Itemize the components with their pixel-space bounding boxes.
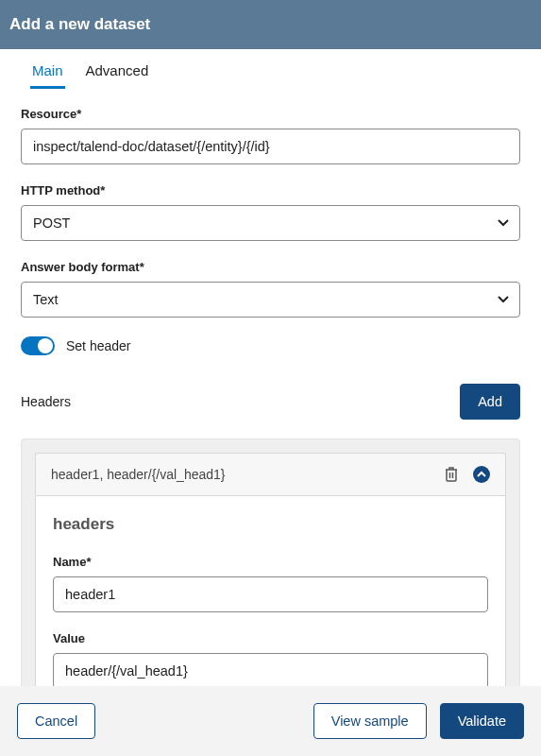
trash-icon <box>445 467 458 482</box>
field-header-value: Value <box>53 631 488 689</box>
headers-row: Headers Add <box>21 384 520 420</box>
answer-body-label: Answer body format* <box>21 260 520 274</box>
header-card-summary: header1, header/{/val_head1} <box>51 467 226 482</box>
header-card-title: headers <box>53 515 488 534</box>
delete-header-button[interactable] <box>445 467 458 482</box>
add-header-button[interactable]: Add <box>460 384 520 420</box>
cancel-button[interactable]: Cancel <box>17 703 95 739</box>
form: Resource* HTTP method* POST Answer body … <box>0 90 541 727</box>
resource-label: Resource* <box>21 107 520 121</box>
dialog-title: Add a new dataset <box>9 15 150 33</box>
tabs: Main Advanced <box>0 62 541 90</box>
field-header-name: Name* <box>53 555 488 612</box>
set-header-row: Set header <box>21 336 520 355</box>
tab-advanced[interactable]: Advanced <box>84 62 151 89</box>
view-sample-button[interactable]: View sample <box>313 703 427 739</box>
collapse-header-button[interactable] <box>473 466 490 483</box>
header-card-body: headers Name* Value <box>35 495 506 713</box>
headers-card-container: header1, header/{/val_head1} headers Nam… <box>21 438 520 727</box>
tab-main[interactable]: Main <box>30 62 65 89</box>
headers-label: Headers <box>21 394 71 409</box>
header-value-label: Value <box>53 631 488 645</box>
footer: Cancel View sample Validate <box>0 686 541 756</box>
field-answer-body: Answer body format* Text <box>21 260 520 318</box>
set-header-toggle[interactable] <box>21 336 55 355</box>
http-method-select[interactable]: POST <box>21 205 520 241</box>
svg-point-0 <box>473 466 490 483</box>
header-name-label: Name* <box>53 555 488 569</box>
header-value-input[interactable] <box>53 653 488 689</box>
field-resource: Resource* <box>21 107 520 164</box>
resource-input[interactable] <box>21 129 520 164</box>
validate-button[interactable]: Validate <box>440 703 524 739</box>
set-header-label: Set header <box>66 338 131 353</box>
chevron-up-circle-icon <box>473 466 490 483</box>
http-method-label: HTTP method* <box>21 183 520 198</box>
header-name-input[interactable] <box>53 576 488 612</box>
header-card-head: header1, header/{/val_head1} <box>35 453 506 495</box>
field-http-method: HTTP method* POST <box>21 183 520 241</box>
answer-body-select[interactable]: Text <box>21 282 520 318</box>
dialog-header: Add a new dataset <box>0 0 541 49</box>
